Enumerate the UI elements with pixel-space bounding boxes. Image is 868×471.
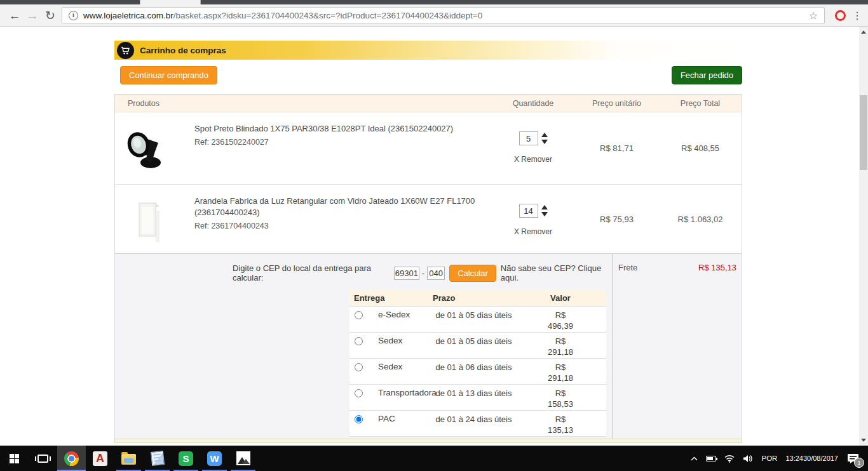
delivery-time: de 01 à 05 dias úteis xyxy=(433,336,515,358)
cep-input-1[interactable] xyxy=(394,267,419,280)
calculate-button[interactable]: Calcular xyxy=(449,265,496,282)
cep-separator: - xyxy=(422,269,424,278)
carrier-name: Sedex xyxy=(378,336,402,345)
shipping-options-table: Entrega Prazo Valor e-Sedex de 01 à 05 d… xyxy=(349,290,606,437)
taskbar-chrome[interactable] xyxy=(57,446,86,471)
product-info: Arandela Fabrica da Luz Retangular com V… xyxy=(194,185,492,253)
product-info: Spot Preto Blindado 1X75 PAR30/38 E1028P… xyxy=(194,112,492,184)
quantity-up-icon[interactable] xyxy=(541,205,548,209)
cep-input-2[interactable] xyxy=(427,267,445,280)
reload-icon[interactable]: ↻ xyxy=(41,10,59,22)
browser-menu-icon[interactable]: ⋮ xyxy=(852,10,862,22)
shipping-calculator: Digite o CEP do local da entrega para ca… xyxy=(115,254,612,439)
product-image-arandela xyxy=(115,185,194,253)
page-title: Carrinho de compras xyxy=(140,46,226,55)
carrier-name: Transportadora xyxy=(378,388,437,397)
extension-icon[interactable] xyxy=(835,10,846,21)
taskbar-photos[interactable] xyxy=(229,446,257,471)
col-unit-price: Preço unitário xyxy=(574,99,659,108)
cart-actions: Continuar comprando Fechar pedido xyxy=(114,66,742,84)
forward-icon[interactable]: → xyxy=(24,10,41,22)
clock-date: 30/08/2017 xyxy=(803,454,838,463)
table-row: Arandela Fabrica da Luz Retangular com V… xyxy=(115,184,742,253)
tray-chevron-icon[interactable] xyxy=(691,456,698,461)
active-tab[interactable] xyxy=(140,0,201,4)
start-button[interactable] xyxy=(0,446,29,471)
url-path[interactable]: /basket.aspx?idsku=2361704400243&src=?id… xyxy=(173,11,482,20)
task-view-button[interactable] xyxy=(29,446,57,471)
shipping-radio[interactable] xyxy=(355,337,363,345)
unit-price: R$ 75,93 xyxy=(574,185,659,253)
delivery-time: de 01 à 24 dias úteis xyxy=(433,414,515,436)
checkout-button[interactable]: Fechar pedido xyxy=(672,66,742,84)
wifi-icon[interactable] xyxy=(724,454,735,463)
shipping-section: Digite o CEP do local da entrega para ca… xyxy=(115,253,742,439)
cart-banner: Carrinho de compras xyxy=(114,41,742,60)
page-scrollbar[interactable] xyxy=(859,27,868,446)
browser-toolbar: ← → ↻ i www.lojaeletrica.com.br/basket.a… xyxy=(0,4,868,27)
product-image-spot xyxy=(115,112,194,184)
quantity-input[interactable] xyxy=(519,204,538,218)
back-icon[interactable]: ← xyxy=(6,10,24,22)
quantity-stepper[interactable] xyxy=(541,133,548,144)
remove-item-link[interactable]: X Remover xyxy=(514,227,552,236)
total-price: R$ 408,55 xyxy=(659,112,742,184)
taskbar-wps-writer[interactable]: W xyxy=(200,446,229,471)
scroll-down-icon[interactable] xyxy=(861,439,866,442)
taskbar-autocad[interactable]: A xyxy=(86,446,114,471)
taskbar-notepad[interactable] xyxy=(143,446,172,471)
shipping-radio[interactable] xyxy=(355,415,363,423)
shipping-table-header: Entrega Prazo Valor xyxy=(349,290,606,306)
shipping-radio[interactable] xyxy=(355,311,363,319)
scrollbar-thumb[interactable] xyxy=(860,95,867,170)
scroll-up-icon[interactable] xyxy=(861,30,866,34)
windows-logo-icon xyxy=(10,454,19,463)
quantity-down-icon[interactable] xyxy=(541,212,548,216)
col-time: Prazo xyxy=(433,293,515,303)
shipping-price: R$ 496,39 xyxy=(545,310,576,332)
cep-row: Digite o CEP do local da entrega para ca… xyxy=(115,263,612,282)
taskbar-wps-spreadsheets[interactable]: S xyxy=(172,446,200,471)
notification-badge: 1 xyxy=(854,458,864,468)
shipping-radio[interactable] xyxy=(355,363,363,371)
col-quantity: Quantidade xyxy=(492,99,574,108)
page-info-icon[interactable]: i xyxy=(69,11,78,20)
shipping-radio[interactable] xyxy=(355,389,363,397)
page-viewport: Carrinho de compras Continuar comprando … xyxy=(0,27,868,446)
language-indicator[interactable]: POR xyxy=(761,454,777,462)
product-title[interactable]: Spot Preto Blindado 1X75 PAR30/38 E1028P… xyxy=(194,123,492,135)
quantity-up-icon[interactable] xyxy=(541,133,548,137)
col-products: Produtos xyxy=(115,99,492,108)
cart-table: Produtos Quantidade Preço unitário Preço… xyxy=(114,94,742,443)
quantity-stepper[interactable] xyxy=(541,205,548,216)
browser-chrome: ← → ↻ i www.lojaeletrica.com.br/basket.a… xyxy=(0,0,868,27)
remove-item-link[interactable]: X Remover xyxy=(514,155,552,164)
delivery-time: de 01 à 13 dias úteis xyxy=(433,388,515,410)
shipping-price: R$ 291,18 xyxy=(545,362,576,384)
col-carrier: Entrega xyxy=(349,293,433,303)
url-host[interactable]: www.lojaeletrica.com.br xyxy=(83,11,173,20)
totals-strip xyxy=(115,439,742,442)
cart-icon xyxy=(117,42,134,59)
battery-icon[interactable] xyxy=(706,456,716,461)
bookmark-star-icon[interactable]: ☆ xyxy=(809,10,818,22)
quantity-input[interactable] xyxy=(519,131,538,145)
volume-icon[interactable] xyxy=(743,454,753,463)
action-center-button[interactable]: 1 xyxy=(847,453,859,464)
taskbar-file-explorer[interactable] xyxy=(114,446,143,471)
cart-page-content: Carrinho de compras Continuar comprando … xyxy=(114,27,742,443)
chrome-icon xyxy=(64,451,79,466)
freight-label: Frete xyxy=(618,263,637,272)
continue-shopping-button[interactable]: Continuar comprando xyxy=(120,66,217,84)
address-bar[interactable]: i www.lojaeletrica.com.br/basket.aspx?id… xyxy=(62,7,825,24)
delivery-time: de 01 à 05 dias úteis xyxy=(433,310,515,332)
unit-price: R$ 81,71 xyxy=(574,112,659,184)
cep-label: Digite o CEP do local da entrega para ca… xyxy=(233,263,391,282)
clock-time: 13:24 xyxy=(785,454,803,463)
autocad-icon: A xyxy=(93,451,107,466)
quantity-down-icon[interactable] xyxy=(541,140,548,144)
product-title[interactable]: Arandela Fabrica da Luz Retangular com V… xyxy=(194,196,492,218)
clock[interactable]: 13:24 30/08/2017 xyxy=(785,454,838,463)
cep-help-link[interactable]: Não sabe seu CEP? Clique aqui. xyxy=(501,263,612,282)
photos-icon xyxy=(236,451,250,465)
